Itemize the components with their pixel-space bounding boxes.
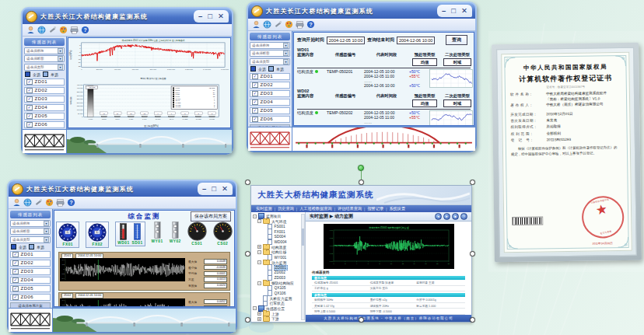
checkbox-checked-icon[interactable]: ✓ bbox=[26, 79, 33, 85]
tree-expand-icon[interactable]: + bbox=[257, 312, 261, 316]
checkbox-checked-icon[interactable]: ✓ bbox=[252, 117, 258, 123]
resize-handle-top-center[interactable] bbox=[359, 180, 364, 185]
resize-handle-bottom-right[interactable] bbox=[470, 317, 475, 323]
sensor-row[interactable]: ✓ZD05 bbox=[250, 107, 290, 115]
titlebar[interactable]: 大胜关长江大桥结构健康监测系统 – □ ✕ bbox=[23, 9, 232, 24]
palette-icon[interactable] bbox=[59, 26, 68, 34]
sensor-row[interactable]: ✓ZD04 bbox=[24, 104, 65, 112]
tree-node[interactable]: +下游 bbox=[253, 316, 302, 322]
tree-collapse-icon[interactable]: - bbox=[257, 281, 261, 285]
maximize-button[interactable]: □ bbox=[212, 185, 216, 193]
readout-value[interactable]: -0.0046 bbox=[204, 265, 227, 270]
pre-process-type-box[interactable]: 均值 bbox=[412, 99, 437, 107]
tree-node[interactable]: 大桥应力监测 bbox=[253, 296, 302, 302]
checkbox-checked-icon[interactable]: ✓ bbox=[26, 96, 33, 103]
wrench-icon[interactable] bbox=[48, 26, 57, 34]
sensor-row[interactable]: ✓ZD03 bbox=[250, 90, 290, 98]
select-single-checkbox[interactable] bbox=[43, 72, 48, 77]
tree-expand-icon[interactable]: + bbox=[257, 317, 261, 321]
sensor-row[interactable]: ✓ZD05 bbox=[24, 113, 65, 120]
printer-icon[interactable] bbox=[70, 26, 79, 34]
resize-handle-top-right[interactable] bbox=[470, 180, 475, 185]
tree-scrollbar[interactable] bbox=[301, 214, 305, 320]
checkbox-checked-icon[interactable]: ✓ bbox=[26, 122, 33, 128]
select-all-checkbox[interactable] bbox=[25, 72, 30, 77]
tree-node[interactable]: SD004 bbox=[253, 234, 302, 239]
tree-node[interactable]: -监测项目 bbox=[253, 214, 302, 219]
tree-node[interactable]: WD004 bbox=[253, 239, 302, 245]
readout-value[interactable]: 0.0013 bbox=[204, 277, 227, 282]
tree-collapse-icon[interactable]: - bbox=[253, 306, 257, 310]
sensor-row[interactable]: ✓ZD05 bbox=[10, 285, 51, 293]
globe-icon[interactable] bbox=[23, 198, 32, 207]
nav-item[interactable]: 人工巡检数据查询 bbox=[299, 206, 332, 211]
sensor-row[interactable]: ✓ZD04 bbox=[250, 99, 290, 106]
tree-node[interactable]: FX001 bbox=[253, 229, 302, 235]
minimize-button[interactable]: – bbox=[198, 12, 202, 20]
checkbox-checked-icon[interactable]: ✓ bbox=[12, 286, 19, 292]
sensor-row[interactable]: ✓ZD04 bbox=[10, 277, 51, 284]
readout-value[interactable]: -0.0049 bbox=[204, 305, 227, 308]
titlebar[interactable]: 大胜关长江大桥结构健康监测系统 – □ ✕ bbox=[248, 3, 475, 19]
tree-node[interactable]: QX105 bbox=[253, 285, 302, 291]
sensor-filter-combo-1[interactable]: 请选择桥跨▾ bbox=[10, 220, 51, 227]
readout-value[interactable]: 0.0052 bbox=[204, 299, 227, 305]
wrench-icon[interactable] bbox=[34, 198, 43, 207]
pre-process-type-box[interactable]: 均值 bbox=[412, 58, 437, 66]
resize-handle-bottom-center[interactable] bbox=[359, 317, 364, 323]
tree-node[interactable]: +结构温度 bbox=[253, 245, 302, 250]
checkbox-checked-icon[interactable]: ✓ bbox=[252, 82, 258, 89]
tree-node[interactable]: FS001 bbox=[253, 224, 302, 229]
checkbox-checked-icon[interactable]: ✓ bbox=[252, 91, 258, 97]
checkbox-checked-icon[interactable]: ✓ bbox=[26, 105, 33, 111]
query-button[interactable]: 查询 bbox=[446, 35, 467, 45]
sensor-row[interactable]: ✓ZD01 bbox=[24, 79, 65, 86]
checkbox-checked-icon[interactable]: ✓ bbox=[12, 252, 19, 258]
tree-collapse-icon[interactable]: - bbox=[253, 215, 257, 218]
tree-collapse-icon[interactable]: - bbox=[257, 260, 261, 264]
maximize-button[interactable]: □ bbox=[451, 7, 456, 15]
checkbox-checked-icon[interactable]: ✓ bbox=[12, 277, 19, 284]
checkbox-checked-icon[interactable]: ✓ bbox=[26, 88, 33, 94]
nav-item[interactable]: 实时监测 bbox=[256, 206, 272, 211]
select-all-checkbox[interactable] bbox=[250, 66, 256, 72]
close-button[interactable]: ✕ bbox=[218, 12, 224, 20]
post-process-type-box[interactable]: 时域 bbox=[443, 58, 471, 66]
tree-collapse-icon[interactable]: - bbox=[257, 219, 261, 223]
resize-handle-mid-right[interactable] bbox=[470, 251, 475, 256]
sensor-filter-combo-3[interactable]: 请选择类型▾ bbox=[10, 236, 51, 243]
checkbox-checked-icon[interactable]: ✓ bbox=[26, 113, 33, 120]
wrench-icon[interactable] bbox=[274, 20, 282, 29]
forward-icon[interactable]: ► bbox=[443, 213, 450, 220]
sensor-row[interactable]: ✓ZD01 bbox=[250, 73, 290, 81]
resize-handle-bottom-left[interactable] bbox=[245, 317, 250, 323]
close-button[interactable]: ✕ bbox=[222, 185, 228, 193]
resize-handle-mid-left[interactable] bbox=[245, 251, 250, 256]
tree-node[interactable]: ZD002 bbox=[253, 270, 302, 276]
help-icon[interactable]: ? bbox=[67, 198, 75, 207]
refresh-icon[interactable]: ■ bbox=[452, 213, 459, 220]
query-start-input[interactable]: 2004-12-05 10:00 bbox=[327, 37, 365, 44]
sensor-row[interactable]: ✓ZD02 bbox=[10, 260, 51, 267]
sensor-filter-combo-1[interactable]: 请选择桥跨▾ bbox=[24, 47, 65, 54]
tree-node[interactable]: +上游 bbox=[253, 311, 302, 316]
sensor-filter-combo-2[interactable]: 请选择断面▾ bbox=[250, 50, 290, 57]
tree-node[interactable]: WY001 bbox=[253, 255, 302, 260]
close-button[interactable]: ✕ bbox=[461, 7, 467, 15]
user-icon[interactable] bbox=[26, 26, 35, 34]
tree-node[interactable]: -钢轨结构响应 bbox=[253, 281, 302, 286]
minimize-button[interactable]: – bbox=[202, 185, 206, 193]
sensor-filter-combo-1[interactable]: 请选择桥跨▾ bbox=[250, 42, 290, 49]
palette-icon[interactable] bbox=[45, 198, 54, 207]
sensor-row[interactable]: ✓ZD01 bbox=[10, 251, 51, 259]
user-icon[interactable] bbox=[252, 20, 261, 29]
nav-item[interactable]: 报警记录 bbox=[367, 206, 383, 211]
readout-value[interactable]: 0.0024 bbox=[204, 283, 227, 288]
printer-icon[interactable] bbox=[296, 20, 304, 29]
help-icon[interactable]: ? bbox=[81, 26, 89, 34]
checkbox-checked-icon[interactable]: ✓ bbox=[252, 99, 258, 106]
tree-node[interactable]: -大气环境 bbox=[253, 219, 302, 225]
nav-item[interactable]: 历史查询 bbox=[278, 206, 294, 211]
readout-value[interactable]: 0.0001 bbox=[204, 271, 227, 277]
sensor-row[interactable]: ✓ZD02 bbox=[250, 82, 290, 89]
